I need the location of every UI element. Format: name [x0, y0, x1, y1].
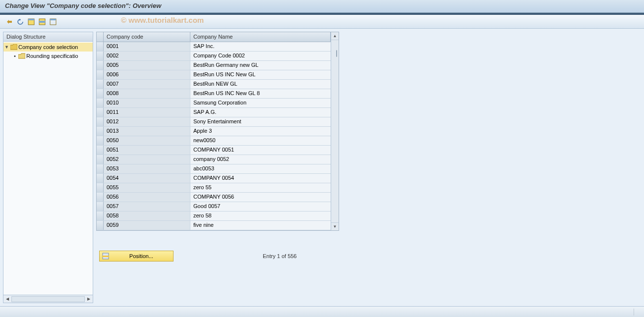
- cell-company-name[interactable]: zero 58: [190, 211, 331, 220]
- select-all-icon[interactable]: [27, 17, 36, 26]
- row-selector[interactable]: [97, 108, 104, 117]
- row-selector[interactable]: [97, 136, 104, 145]
- cell-company-code[interactable]: 0005: [104, 61, 190, 70]
- cell-company-code[interactable]: 0001: [104, 42, 190, 51]
- cell-company-name[interactable]: SAP A.G.: [190, 108, 331, 117]
- table-row[interactable]: 0002Company Code 0002: [97, 52, 331, 61]
- cell-company-code[interactable]: 0012: [104, 117, 190, 126]
- toggle-icon[interactable]: [5, 17, 14, 26]
- cell-company-code[interactable]: 0052: [104, 155, 190, 164]
- row-selector[interactable]: [97, 146, 104, 155]
- row-selector[interactable]: [97, 127, 104, 136]
- cell-company-name[interactable]: new0050: [190, 136, 331, 145]
- table-row[interactable]: 0005BestRun Germany new GL: [97, 61, 331, 70]
- row-selector[interactable]: [97, 70, 104, 79]
- cell-company-code[interactable]: 0058: [104, 211, 190, 220]
- tree-hscroll[interactable]: ◀ ▶: [3, 295, 93, 303]
- cell-company-name[interactable]: abc0053: [190, 164, 331, 173]
- table-row[interactable]: 0013Apple 3: [97, 127, 331, 136]
- cell-company-name[interactable]: Sony Entertainment: [190, 117, 331, 126]
- cell-company-name[interactable]: Samsung Corporation: [190, 99, 331, 107]
- cell-company-name[interactable]: BestRun NEW GL: [190, 80, 331, 89]
- table-row[interactable]: 0052company 0052: [97, 155, 331, 164]
- cell-company-name[interactable]: BestRun Germany new GL: [190, 61, 331, 70]
- cell-company-name[interactable]: zero 55: [190, 183, 331, 192]
- cell-company-code[interactable]: 0006: [104, 70, 190, 79]
- deselect-icon[interactable]: [49, 17, 58, 26]
- table-row[interactable]: 0059five nine: [97, 221, 331, 230]
- tree-node-rounding-specification[interactable]: • Rounding specificatio: [3, 52, 93, 60]
- position-button[interactable]: Position...: [99, 251, 174, 262]
- cell-company-code[interactable]: 0013: [104, 127, 190, 136]
- row-selector[interactable]: [97, 211, 104, 220]
- table-row[interactable]: 0057Good 0057: [97, 202, 331, 211]
- cell-company-name[interactable]: company 0052: [190, 155, 331, 164]
- table-row[interactable]: 0056COMPANY 0056: [97, 193, 331, 202]
- cell-company-code[interactable]: 0055: [104, 183, 190, 192]
- cell-company-code[interactable]: 0057: [104, 202, 190, 211]
- table-row[interactable]: 0012Sony Entertainment: [97, 117, 331, 127]
- cell-company-code[interactable]: 0056: [104, 193, 190, 202]
- cell-company-code[interactable]: 0002: [104, 52, 190, 60]
- cell-company-code[interactable]: 0011: [104, 108, 190, 117]
- scroll-track[interactable]: [11, 296, 85, 302]
- row-selector[interactable]: [97, 42, 104, 51]
- table-row[interactable]: 0001SAP Inc.: [97, 42, 331, 52]
- cell-company-code[interactable]: 0008: [104, 89, 190, 98]
- row-selector[interactable]: [97, 61, 104, 70]
- expand-icon[interactable]: ▼: [4, 45, 9, 50]
- table-row[interactable]: 0007BestRun NEW GL: [97, 80, 331, 89]
- cell-company-name[interactable]: Good 0057: [190, 202, 331, 211]
- col-header-code[interactable]: Company code: [104, 32, 190, 42]
- table-row[interactable]: 0058zero 58: [97, 211, 331, 221]
- cell-company-code[interactable]: 0007: [104, 80, 190, 89]
- cell-company-name[interactable]: COMPANY 0051: [190, 146, 331, 155]
- col-header-name[interactable]: Company Name: [190, 32, 331, 42]
- table-vscroll[interactable]: ▲ ▼: [331, 32, 339, 230]
- row-selector[interactable]: [97, 183, 104, 192]
- row-selector[interactable]: [97, 52, 104, 60]
- table-row[interactable]: 0055zero 55: [97, 183, 331, 193]
- scroll-right-icon[interactable]: ▶: [86, 296, 92, 302]
- scroll-down-icon[interactable]: ▼: [331, 222, 339, 230]
- scroll-left-icon[interactable]: ◀: [4, 296, 10, 302]
- cell-company-name[interactable]: five nine: [190, 221, 331, 230]
- cell-company-name[interactable]: BestRun US INC New GL 8: [190, 89, 331, 98]
- row-selector[interactable]: [97, 193, 104, 202]
- table-row[interactable]: 0006BestRun US INC New GL: [97, 70, 331, 80]
- cell-company-name[interactable]: COMPANY 0056: [190, 193, 331, 202]
- cell-company-code[interactable]: 0050: [104, 136, 190, 145]
- cell-company-name[interactable]: Apple 3: [190, 127, 331, 136]
- cell-company-code[interactable]: 0010: [104, 99, 190, 107]
- cell-company-name[interactable]: COMPANY 0054: [190, 174, 331, 183]
- table-row[interactable]: 0051COMPANY 0051: [97, 146, 331, 155]
- row-select-header[interactable]: [97, 32, 104, 42]
- cell-company-name[interactable]: BestRun US INC New GL: [190, 70, 331, 79]
- table-row[interactable]: 0054COMPANY 0054: [97, 174, 331, 183]
- row-selector[interactable]: [97, 164, 104, 173]
- row-selector[interactable]: [97, 89, 104, 98]
- cell-company-name[interactable]: Company Code 0002: [190, 52, 331, 60]
- row-selector[interactable]: [97, 174, 104, 183]
- row-selector[interactable]: [97, 202, 104, 211]
- table-row[interactable]: 0050new0050: [97, 136, 331, 146]
- tree-node-company-code-selection[interactable]: ▼ Company code selection: [3, 43, 93, 52]
- row-selector[interactable]: [97, 155, 104, 164]
- row-selector[interactable]: [97, 80, 104, 89]
- scroll-up-icon[interactable]: ▲: [331, 32, 339, 40]
- select-block-icon[interactable]: [38, 17, 47, 26]
- table-row[interactable]: 0008BestRun US INC New GL 8: [97, 89, 331, 99]
- cell-company-name[interactable]: SAP Inc.: [190, 42, 331, 51]
- cell-company-code[interactable]: 0053: [104, 164, 190, 173]
- cell-company-code[interactable]: 0059: [104, 221, 190, 230]
- row-selector[interactable]: [97, 99, 104, 107]
- row-selector[interactable]: [97, 221, 104, 230]
- undo-icon[interactable]: [16, 17, 25, 26]
- scroll-thumb[interactable]: [336, 50, 337, 57]
- cell-company-code[interactable]: 0054: [104, 174, 190, 183]
- table-row[interactable]: 0053abc0053: [97, 164, 331, 174]
- cell-company-code[interactable]: 0051: [104, 146, 190, 155]
- row-selector[interactable]: [97, 117, 104, 126]
- table-row[interactable]: 0011SAP A.G.: [97, 108, 331, 117]
- table-row[interactable]: 0010Samsung Corporation: [97, 99, 331, 108]
